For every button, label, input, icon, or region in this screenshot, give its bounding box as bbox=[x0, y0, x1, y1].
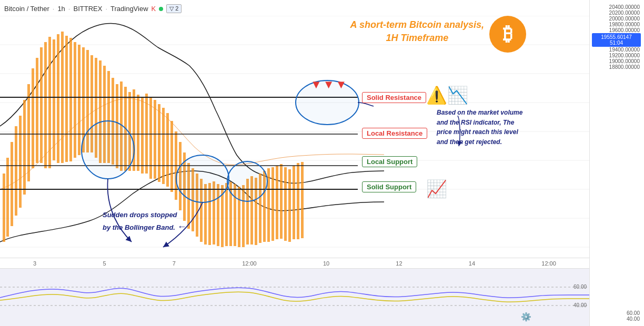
svg-rect-16 bbox=[32, 68, 34, 168]
svg-rect-73 bbox=[271, 167, 274, 241]
local-resistance-label: Local Resistance bbox=[362, 128, 427, 139]
svg-rect-48 bbox=[166, 113, 169, 187]
solid-resistance-label: Solid Resistance bbox=[362, 92, 426, 103]
k-icon: K bbox=[152, 5, 156, 13]
exchange-label: BITTREX bbox=[73, 5, 102, 13]
bearish-icon: ⚠️📉 bbox=[426, 85, 468, 105]
svg-rect-45 bbox=[154, 100, 156, 179]
time-axis: 3 5 7 12:00 10 12 14 12:00 bbox=[0, 258, 589, 268]
chart-title: A short-term Bitcoin analysis, 1H Timefr… bbox=[350, 18, 484, 45]
svg-rect-26 bbox=[74, 42, 76, 158]
svg-rect-10 bbox=[6, 158, 9, 237]
live-indicator bbox=[159, 7, 163, 11]
svg-rect-49 bbox=[170, 121, 173, 192]
description-box: Based on the market volume and the RSI i… bbox=[437, 108, 529, 147]
svg-point-87 bbox=[227, 161, 267, 201]
bullish-icon: 📈 bbox=[426, 179, 447, 199]
svg-rect-42 bbox=[141, 97, 144, 174]
svg-rect-19 bbox=[44, 42, 47, 168]
price-19800: 19800.00000 bbox=[592, 22, 642, 27]
trading-pair: Bitcoin / Tether bbox=[4, 5, 49, 13]
svg-rect-14 bbox=[23, 100, 26, 195]
svg-rect-17 bbox=[36, 58, 38, 163]
price-20200: 20200.00000 bbox=[592, 10, 642, 16]
time-label: 3 bbox=[33, 260, 36, 267]
svg-rect-25 bbox=[69, 38, 72, 161]
price-20400: 20400.00000 bbox=[592, 4, 642, 10]
price-19200: 19200.00000 bbox=[592, 53, 642, 58]
down-arrow-1: ▼ bbox=[310, 78, 322, 91]
svg-rect-74 bbox=[276, 166, 278, 239]
svg-rect-76 bbox=[284, 167, 287, 241]
chart-container: Bitcoin / Tether · 1h · BITTREX · Tradin… bbox=[0, 0, 589, 326]
svg-point-86 bbox=[176, 155, 229, 202]
rsi-indicator: 60.00 40.00 bbox=[0, 268, 589, 326]
svg-rect-75 bbox=[280, 164, 283, 239]
time-label: 12 bbox=[396, 260, 402, 267]
price-19400: 19400.00000 bbox=[592, 47, 642, 53]
svg-rect-43 bbox=[145, 94, 148, 174]
svg-rect-27 bbox=[78, 45, 80, 155]
svg-text:40.00: 40.00 bbox=[573, 302, 587, 308]
current-price-label: 19555.60147 51:04 bbox=[592, 33, 641, 47]
svg-rect-21 bbox=[53, 39, 55, 160]
svg-rect-41 bbox=[137, 95, 139, 171]
svg-text:60.00: 60.00 bbox=[573, 284, 587, 290]
svg-rect-78 bbox=[293, 166, 295, 239]
down-arrows: ▼ ▼ ▼ bbox=[310, 78, 347, 91]
svg-rect-18 bbox=[40, 47, 43, 163]
chart-header: Bitcoin / Tether · 1h · BITTREX · Tradin… bbox=[4, 4, 182, 13]
svg-rect-9 bbox=[3, 174, 5, 242]
svg-point-85 bbox=[82, 121, 134, 179]
svg-rect-12 bbox=[15, 126, 17, 216]
svg-rect-11 bbox=[11, 142, 13, 226]
bar-count-badge: ▽ 2 bbox=[166, 4, 182, 13]
settings-icon[interactable]: ⚙️ bbox=[521, 312, 531, 322]
price-19000: 19000.00000 bbox=[592, 58, 642, 64]
time-label: 12:00 bbox=[242, 260, 257, 267]
price-rsi-60: 60.00 bbox=[592, 310, 642, 316]
timeframe-label: 1h bbox=[57, 5, 65, 13]
svg-rect-77 bbox=[288, 169, 291, 242]
down-arrow-3: ▼ bbox=[336, 78, 347, 91]
svg-rect-22 bbox=[57, 34, 59, 163]
svg-rect-46 bbox=[158, 104, 160, 182]
down-arrow-2: ▼ bbox=[323, 78, 335, 91]
time-label: 12:00 bbox=[541, 260, 556, 267]
svg-rect-24 bbox=[65, 36, 68, 162]
svg-rect-20 bbox=[48, 37, 51, 168]
svg-rect-44 bbox=[149, 97, 152, 179]
time-label: 10 bbox=[323, 260, 329, 267]
solid-support-label: Solid Support bbox=[362, 181, 416, 192]
time-label: 7 bbox=[173, 260, 176, 267]
svg-rect-47 bbox=[162, 108, 165, 184]
time-label: 14 bbox=[469, 260, 475, 267]
platform-label: TradingView bbox=[110, 5, 148, 13]
svg-rect-15 bbox=[27, 84, 30, 181]
price-20000: 20000.00000 bbox=[592, 16, 642, 22]
svg-rect-80 bbox=[301, 162, 304, 238]
local-support-label: Local Support bbox=[362, 156, 417, 167]
svg-rect-79 bbox=[297, 163, 299, 239]
price-rsi-40: 40.00 bbox=[592, 316, 642, 322]
bollinger-annotation: Sudden drops stoppedby the Bollinger Ban… bbox=[103, 210, 203, 235]
price-19600: 19600.00000 bbox=[592, 27, 642, 33]
svg-rect-13 bbox=[19, 116, 22, 208]
price-18800: 18800.00000 bbox=[592, 64, 642, 70]
bitcoin-logo: ₿ bbox=[489, 16, 526, 53]
time-label: 5 bbox=[103, 260, 106, 267]
price-axis: 20400.00000 20200.00000 20000.00000 1980… bbox=[589, 0, 644, 326]
svg-rect-62 bbox=[225, 183, 228, 246]
